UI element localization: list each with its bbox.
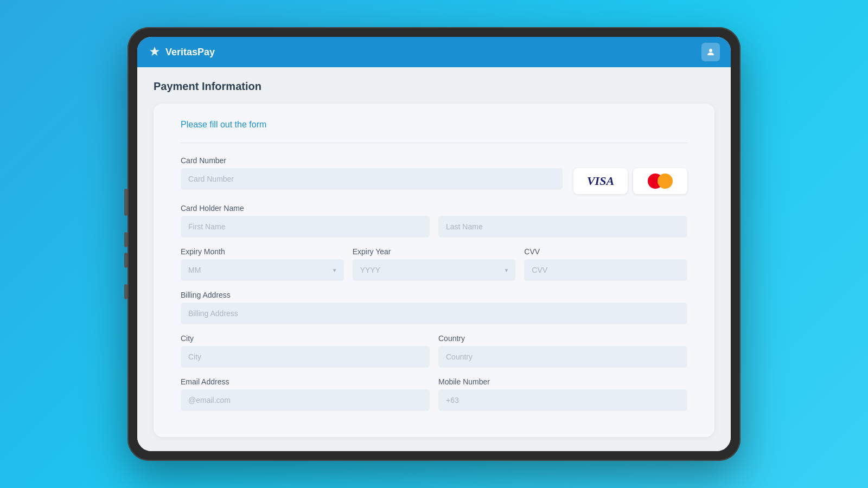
card-number-input[interactable] [181,168,563,190]
last-name-input[interactable] [438,216,687,237]
email-input[interactable] [181,389,430,411]
city-label: City [181,334,430,343]
navbar: VeritasPay [137,37,731,67]
mobile-wrap: Mobile Number [438,377,687,411]
billing-address-input[interactable] [181,303,687,324]
form-divider [181,143,687,143]
form-subtitle: Please fill out the form [181,120,687,130]
expiry-month-select[interactable]: MM 01020304 05060708 09101112 [181,259,344,281]
visa-logo: VISA [573,168,628,194]
tablet-screen: VeritasPay Payment Information Please fi… [137,37,731,451]
country-wrap: Country [438,334,687,368]
svg-point-0 [709,49,712,52]
first-name-input[interactable] [181,216,430,237]
page-title: Payment Information [154,80,714,93]
brand-name: VeritasPay [165,47,215,58]
tablet-device: VeritasPay Payment Information Please fi… [127,27,741,461]
mute-button [124,284,127,299]
email-label: Email Address [181,377,430,386]
volume-up-button [124,232,127,247]
side-buttons [124,189,127,299]
brand: VeritasPay [148,46,215,59]
mc-orange-circle [658,174,673,189]
main-content: Payment Information Please fill out the … [137,67,731,451]
mastercard-circles [648,174,673,189]
card-number-wrap: Card Number [181,156,563,190]
expiry-month-select-wrapper: MM 01020304 05060708 09101112 ▼ [181,259,344,281]
volume-down-button [124,253,127,268]
card-holder-label: Card Holder Name [181,204,687,213]
expiry-year-wrap: Expiry Year YYYY 2024202520262027 202820… [353,247,516,281]
mastercard-logo [633,168,687,194]
billing-address-label: Billing Address [181,291,687,299]
expiry-cvv-section: Expiry Month MM 01020304 05060708 091011… [181,247,687,281]
city-country-section: City Country [181,334,687,368]
email-mobile-section: Email Address Mobile Number [181,377,687,411]
power-button [124,189,127,216]
email-wrap: Email Address [181,377,430,411]
cvv-label: CVV [524,247,687,256]
user-profile-button[interactable] [701,43,720,61]
cvv-input[interactable] [524,259,687,281]
expiry-year-select[interactable]: YYYY 2024202520262027 202820292030 [353,259,516,281]
expiry-month-wrap: Expiry Month MM 01020304 05060708 091011… [181,247,344,281]
card-holder-section: Card Holder Name [181,204,687,237]
visa-text: VISA [587,174,614,188]
brand-logo-icon [148,46,161,59]
country-input[interactable] [438,346,687,368]
payment-form-card: Please fill out the form Card Number VIS… [154,104,714,437]
user-icon [706,47,716,57]
name-row [181,216,687,237]
mobile-label: Mobile Number [438,377,687,386]
card-number-section: Card Number VISA [181,156,687,194]
city-input[interactable] [181,346,430,368]
expiry-month-label: Expiry Month [181,247,344,256]
card-logos: VISA [573,168,687,194]
country-label: Country [438,334,687,343]
mobile-input[interactable] [438,389,687,411]
expiry-year-label: Expiry Year [353,247,516,256]
cvv-wrap: CVV [524,247,687,281]
city-wrap: City [181,334,430,368]
card-number-label: Card Number [181,156,563,165]
billing-address-section: Billing Address [181,291,687,324]
expiry-year-select-wrapper: YYYY 2024202520262027 202820292030 ▼ [353,259,516,281]
